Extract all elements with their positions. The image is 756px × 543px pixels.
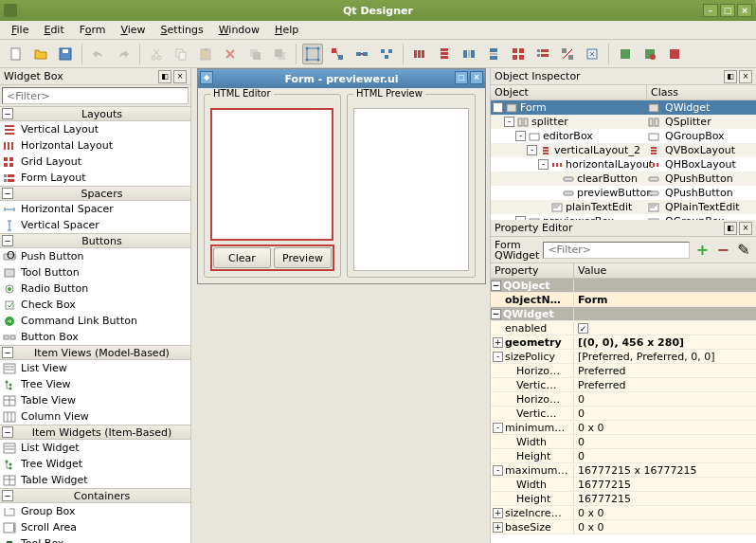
- form-close-button[interactable]: ×: [470, 71, 483, 84]
- tool-misc1-icon[interactable]: [615, 44, 636, 64]
- widget-item[interactable]: Tool Button: [0, 264, 190, 281]
- panel-float-button[interactable]: ◧: [158, 70, 171, 83]
- new-icon[interactable]: [6, 44, 27, 64]
- property-row[interactable]: +sizeIncre…0 x 0: [491, 506, 756, 520]
- edit-buddies-icon[interactable]: [351, 44, 372, 64]
- category-header[interactable]: −Buttons: [0, 233, 190, 248]
- tool-misc2-icon[interactable]: [639, 44, 660, 64]
- form-window[interactable]: ◆ Form - previewer.ui □ × HTML Editor Cl…: [197, 68, 486, 284]
- tree-row[interactable]: -verticalLayout_2QVBoxLayout: [491, 143, 756, 157]
- collapse-icon[interactable]: −: [2, 235, 13, 246]
- property-value[interactable]: [Preferred, Preferred, 0, 0]: [574, 351, 756, 363]
- property-value[interactable]: Preferred: [574, 379, 756, 391]
- settings-icon[interactable]: ✎: [735, 241, 752, 260]
- panel-float-button[interactable]: ◧: [724, 70, 737, 83]
- tree-row[interactable]: previewButtonQPushButton: [491, 186, 756, 200]
- layout-vert-splitter-icon[interactable]: [483, 44, 504, 64]
- tree-row[interactable]: -editorBoxQGroupBox: [491, 129, 756, 143]
- property-value[interactable]: Form: [574, 294, 756, 306]
- tree-row[interactable]: -horizontalLayoutQHBoxLayout: [491, 157, 756, 172]
- property-row[interactable]: +baseSize0 x 0: [491, 520, 756, 534]
- editor-groupbox[interactable]: HTML Editor Clear Preview: [204, 94, 341, 278]
- property-row[interactable]: +geometry[(0, 0), 456 x 280]: [491, 335, 756, 350]
- property-row[interactable]: Width0: [491, 435, 756, 449]
- property-value[interactable]: Preferred: [574, 365, 756, 377]
- preview-button[interactable]: Preview: [274, 247, 332, 268]
- property-value[interactable]: 0 x 0: [574, 507, 756, 519]
- tree-row[interactable]: plainTextEditQPlainTextEdit: [491, 200, 756, 214]
- edit-signals-icon[interactable]: [327, 44, 348, 64]
- property-value[interactable]: 0: [574, 407, 756, 420]
- property-value[interactable]: 0: [574, 436, 756, 448]
- collapse-icon[interactable]: −: [491, 281, 501, 291]
- col-value[interactable]: Value: [574, 263, 756, 278]
- break-layout-icon[interactable]: [557, 44, 578, 64]
- property-row[interactable]: Height0: [491, 449, 756, 463]
- edit-taborder-icon[interactable]: [376, 44, 397, 64]
- collapse-icon[interactable]: −: [2, 347, 13, 358]
- property-value[interactable]: 0 x 0: [574, 521, 756, 534]
- widget-item[interactable]: Grid Layout: [0, 154, 190, 170]
- layout-horiz-icon[interactable]: [409, 44, 430, 64]
- property-filter-input[interactable]: [543, 242, 690, 259]
- widget-item[interactable]: Table View: [0, 392, 190, 408]
- sendback-icon[interactable]: [244, 44, 265, 64]
- property-row[interactable]: -minimum…0 x 0: [491, 421, 756, 435]
- add-property-icon[interactable]: +: [693, 241, 711, 260]
- cut-icon[interactable]: [146, 44, 167, 64]
- collapse-icon[interactable]: −: [2, 108, 13, 119]
- col-class[interactable]: Class: [647, 85, 756, 100]
- category-header[interactable]: −Item Widgets (Item-Based): [0, 425, 190, 440]
- property-value[interactable]: [(0, 0), 456 x 280]: [574, 336, 756, 349]
- col-property[interactable]: Property: [491, 263, 574, 278]
- property-row[interactable]: Width16777215: [491, 478, 756, 492]
- menu-window[interactable]: Window: [211, 22, 267, 38]
- collapse-icon[interactable]: −: [2, 188, 13, 199]
- remove-property-icon[interactable]: −: [714, 241, 731, 260]
- menu-settings[interactable]: Settings: [153, 22, 211, 38]
- property-value[interactable]: 0: [574, 450, 756, 462]
- widget-item[interactable]: Tree View: [0, 376, 190, 392]
- property-row[interactable]: objectN…Form: [491, 293, 756, 307]
- paste-icon[interactable]: [195, 44, 216, 64]
- category-header[interactable]: −Item Views (Model-Based): [0, 345, 190, 360]
- minimize-button[interactable]: –: [703, 4, 718, 17]
- property-value[interactable]: 16777215: [574, 493, 756, 505]
- widget-item[interactable]: List Widget: [0, 440, 190, 456]
- layout-horiz-splitter-icon[interactable]: [459, 44, 479, 64]
- tree-row[interactable]: -FormQWidget: [491, 100, 756, 115]
- form-max-button[interactable]: □: [455, 71, 468, 84]
- menu-view[interactable]: View: [113, 22, 153, 38]
- widget-item[interactable]: Horizontal Spacer: [0, 201, 190, 217]
- adjust-size-icon[interactable]: [582, 44, 603, 64]
- property-section[interactable]: −QObject: [491, 279, 756, 293]
- widget-item[interactable]: Group Box: [0, 503, 190, 519]
- open-icon[interactable]: [30, 44, 51, 64]
- widget-item[interactable]: Button Box: [0, 329, 190, 345]
- clear-button[interactable]: Clear: [213, 247, 271, 268]
- panel-float-button[interactable]: ◧: [724, 222, 737, 235]
- category-header[interactable]: −Layouts: [0, 106, 190, 121]
- property-value[interactable]: ✓: [574, 322, 756, 335]
- expand-icon[interactable]: +: [493, 337, 503, 348]
- expand-icon[interactable]: -: [538, 159, 549, 170]
- expand-icon[interactable]: -: [493, 352, 503, 362]
- expand-icon[interactable]: +: [493, 522, 503, 533]
- collapse-icon[interactable]: −: [2, 490, 13, 501]
- widget-item[interactable]: Radio Button: [0, 281, 190, 297]
- property-section[interactable]: −QWidget: [491, 307, 756, 321]
- property-row[interactable]: Height16777215: [491, 492, 756, 506]
- expand-icon[interactable]: -: [493, 465, 503, 476]
- property-row[interactable]: enabled✓: [491, 321, 756, 335]
- widget-item[interactable]: Column View: [0, 408, 190, 425]
- save-icon[interactable]: [55, 44, 76, 64]
- menu-edit[interactable]: Edit: [36, 22, 71, 38]
- widget-item[interactable]: List View: [0, 360, 190, 376]
- expand-icon[interactable]: -: [527, 145, 537, 155]
- property-row[interactable]: Vertic…Preferred: [491, 378, 756, 392]
- webview[interactable]: [353, 108, 469, 271]
- widget-item[interactable]: OKPush Button: [0, 248, 190, 264]
- undo-icon[interactable]: [88, 44, 109, 64]
- close-button[interactable]: ×: [737, 4, 752, 17]
- panel-close-button[interactable]: ×: [739, 70, 752, 83]
